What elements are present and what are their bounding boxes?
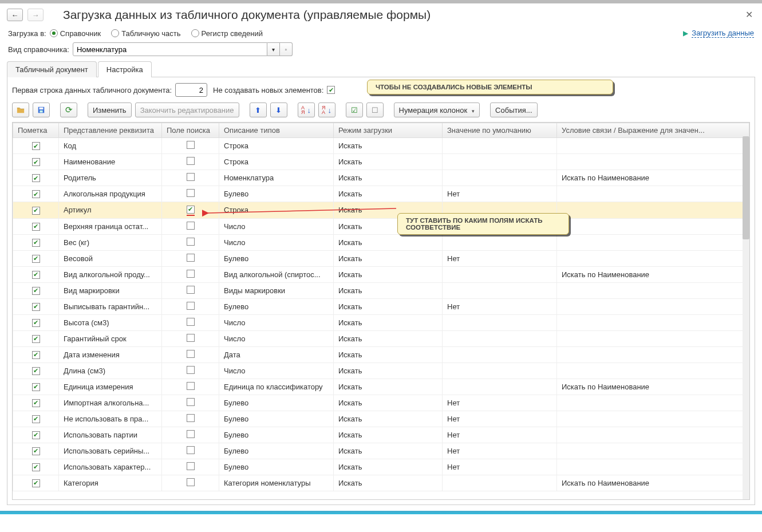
search-checkbox[interactable]: [187, 141, 195, 149]
table-row[interactable]: Вес (кг)ЧислоИскать: [13, 234, 749, 250]
mark-checkbox[interactable]: [32, 335, 40, 343]
table-row[interactable]: Вид алкогольной проду...Вид алкогольной …: [13, 266, 749, 282]
mark-checkbox[interactable]: [32, 190, 40, 198]
table-row[interactable]: КодСтрокаИскать: [13, 138, 749, 154]
open-file-button[interactable]: [12, 103, 29, 117]
table-row[interactable]: Длина (см3)ЧислоИскать: [13, 362, 749, 379]
col-repr[interactable]: Представление реквизита: [59, 123, 162, 138]
table-row[interactable]: КатегорияКатегория номенклатурыИскатьИск…: [13, 475, 749, 491]
move-down-button[interactable]: ⬇: [270, 103, 287, 117]
search-checkbox[interactable]: [187, 173, 195, 181]
search-checkbox[interactable]: [187, 318, 195, 326]
mark-checkbox[interactable]: [32, 255, 40, 263]
table-row[interactable]: Использовать характер...БулевоИскатьНет: [13, 459, 749, 475]
mark-checkbox[interactable]: [32, 174, 40, 182]
table-row[interactable]: Дата измененияДатаИскать: [13, 346, 749, 362]
ref-type-dropdown-button[interactable]: ▾: [267, 42, 280, 56]
col-type[interactable]: Описание типов: [219, 123, 334, 138]
tab-settings[interactable]: Настройка: [98, 61, 152, 77]
table-row[interactable]: Не использовать в пра...БулевоИскатьНет: [13, 411, 749, 427]
radio-tabular-label[interactable]: Табличную часть: [121, 29, 180, 38]
mark-checkbox[interactable]: [32, 479, 40, 487]
search-checkbox[interactable]: [187, 366, 195, 374]
mark-checkbox[interactable]: [32, 383, 40, 391]
search-checkbox[interactable]: [187, 286, 195, 294]
radio-register-label[interactable]: Регистр сведений: [202, 29, 263, 38]
mark-checkbox[interactable]: [32, 415, 40, 423]
search-checkbox[interactable]: [187, 334, 195, 342]
mark-checkbox[interactable]: [32, 431, 40, 439]
search-checkbox[interactable]: [187, 206, 195, 214]
search-checkbox[interactable]: [187, 270, 195, 278]
mark-checkbox[interactable]: [32, 303, 40, 311]
no-create-checkbox[interactable]: [327, 86, 335, 94]
table-row[interactable]: Алкогольная продукцияБулевоИскатьНет: [13, 186, 749, 202]
search-checkbox[interactable]: [187, 398, 195, 406]
table-row[interactable]: Использовать партииБулевоИскатьНет: [13, 427, 749, 443]
close-icon[interactable]: ✕: [745, 9, 753, 20]
radio-spravochnik-label[interactable]: Справочник: [60, 29, 101, 38]
search-checkbox[interactable]: [187, 350, 195, 358]
table-row[interactable]: Импортная алкогольна...БулевоИскатьНет: [13, 395, 749, 411]
search-checkbox[interactable]: [187, 254, 195, 262]
ref-type-open-button[interactable]: ▫: [280, 42, 293, 56]
col-default[interactable]: Значение по умолчанию: [443, 123, 557, 138]
table-row[interactable]: Вид маркировкиВиды маркировкиИскать: [13, 282, 749, 298]
mark-checkbox[interactable]: [32, 271, 40, 279]
mark-checkbox[interactable]: [32, 399, 40, 407]
save-button[interactable]: [33, 103, 50, 117]
search-checkbox[interactable]: [187, 446, 195, 454]
mark-checkbox[interactable]: [32, 158, 40, 166]
uncheck-all-button[interactable]: ☐: [366, 103, 384, 117]
mark-checkbox[interactable]: [32, 142, 40, 150]
finish-edit-button[interactable]: Закончить редактирование: [135, 103, 239, 117]
column-numbering-button[interactable]: Нумерация колонок: [394, 103, 480, 117]
nav-forward-button[interactable]: →: [27, 9, 44, 21]
search-checkbox[interactable]: [187, 157, 195, 165]
search-checkbox[interactable]: [187, 222, 195, 230]
tab-tabular-document[interactable]: Табличный документ: [7, 61, 97, 77]
check-all-button[interactable]: ☑: [346, 103, 363, 117]
search-checkbox[interactable]: [187, 414, 195, 422]
table-row[interactable]: РодительНоменклатураИскатьИскать по Наим…: [13, 170, 749, 186]
table-row[interactable]: ВесовойБулевоИскатьНет: [13, 250, 749, 266]
load-data-link[interactable]: ▶ Загрузить данные: [683, 29, 754, 38]
mark-checkbox[interactable]: [32, 239, 40, 247]
col-search[interactable]: Поле поиска: [162, 123, 219, 138]
mark-checkbox[interactable]: [32, 287, 40, 295]
mark-checkbox[interactable]: [32, 207, 40, 215]
sort-asc-button[interactable]: АЯ↓: [298, 103, 315, 117]
mark-checkbox[interactable]: [32, 351, 40, 359]
search-checkbox[interactable]: [187, 462, 195, 470]
events-button[interactable]: События...: [490, 103, 538, 117]
col-cond[interactable]: Условие связи / Выражение для значен...: [557, 123, 749, 138]
table-row[interactable]: Верхняя граница остат...ЧислоИскать: [13, 218, 749, 234]
mark-checkbox[interactable]: [32, 447, 40, 455]
scrollbar[interactable]: [743, 136, 749, 499]
mark-checkbox[interactable]: [32, 319, 40, 327]
search-checkbox[interactable]: [187, 430, 195, 438]
mark-checkbox[interactable]: [32, 367, 40, 375]
col-mark[interactable]: Пометка: [13, 123, 59, 138]
mark-checkbox[interactable]: [32, 223, 40, 231]
radio-tabular[interactable]: [111, 29, 119, 37]
edit-button[interactable]: Изменить: [88, 103, 132, 117]
sort-desc-button[interactable]: ЯА↓: [318, 103, 335, 117]
table-row[interactable]: Гарантийный срокЧислоИскать: [13, 330, 749, 346]
move-up-button[interactable]: ⬆: [250, 103, 267, 117]
table-row[interactable]: Высота (см3)ЧислоИскать: [13, 314, 749, 330]
first-row-input[interactable]: [175, 83, 207, 97]
col-mode[interactable]: Режим загрузки: [334, 123, 443, 138]
refresh-button[interactable]: ⟳: [60, 103, 77, 117]
table-row[interactable]: Использовать серийны...БулевоИскатьНет: [13, 443, 749, 459]
table-row[interactable]: Выписывать гарантийн...БулевоИскатьНет: [13, 298, 749, 314]
mark-checkbox[interactable]: [32, 463, 40, 471]
table-row[interactable]: НаименованиеСтрокаИскать: [13, 154, 749, 170]
ref-type-input[interactable]: [73, 42, 267, 56]
search-checkbox[interactable]: [187, 382, 195, 390]
radio-register[interactable]: [191, 29, 199, 37]
table-row[interactable]: АртикулСтрокаИскать: [13, 202, 749, 219]
nav-back-button[interactable]: ←: [7, 9, 23, 21]
search-checkbox[interactable]: [187, 478, 195, 486]
table-row[interactable]: Единица измеренияЕдиница по классификато…: [13, 379, 749, 395]
